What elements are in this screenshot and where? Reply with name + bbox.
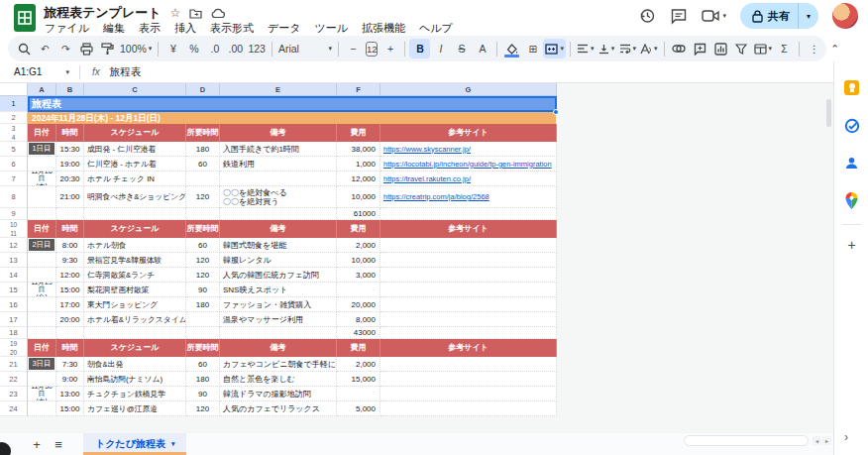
sheet-title-cell[interactable]: 旅程表 xyxy=(28,96,556,112)
cell-total-cost[interactable]: 43000 xyxy=(337,327,380,339)
vertical-align-button[interactable]: ▾ xyxy=(597,39,617,58)
row-header[interactable]: 1 xyxy=(0,96,28,112)
menu-edit[interactable]: 編集 xyxy=(96,20,132,37)
sheet-tab-menu-icon[interactable]: ▾ xyxy=(171,440,175,448)
header-cell[interactable]: 日付 xyxy=(28,124,56,142)
cell-link[interactable]: https://travel.rakuten.co.jp/ xyxy=(380,171,557,186)
header-cell[interactable]: 参考サイト xyxy=(380,339,557,357)
cell-time[interactable]: 19:00 xyxy=(56,157,84,171)
avatar[interactable] xyxy=(832,3,858,29)
cell-time[interactable]: 21:00 xyxy=(56,186,84,208)
more-options-icon[interactable]: ⋮ xyxy=(804,39,824,58)
reference-link[interactable]: https://www.skyscanner.jp/ xyxy=(380,145,471,154)
cell-cost[interactable]: 3,000 xyxy=(337,268,380,283)
cell-time[interactable]: 12:00 xyxy=(56,268,84,283)
column-header-g[interactable]: G xyxy=(380,83,557,96)
cell-day[interactable]: 11月28日(木) xyxy=(28,171,56,186)
cell-link[interactable] xyxy=(380,312,557,327)
menu-extensions[interactable]: 拡張機能 xyxy=(355,20,412,37)
cell-day[interactable] xyxy=(28,157,56,171)
insert-link-icon[interactable] xyxy=(669,39,690,58)
menu-insert[interactable]: 挿入 xyxy=(167,20,203,37)
row-header[interactable]: 13 xyxy=(0,253,28,268)
font-size-input[interactable]: 12 xyxy=(366,42,379,57)
cell-day[interactable] xyxy=(28,401,56,416)
functions-button[interactable]: Σ xyxy=(774,39,795,58)
menu-view[interactable]: 表示 xyxy=(132,20,167,37)
cell-day[interactable] xyxy=(28,312,56,327)
cell-day[interactable]: 1日目 xyxy=(28,142,56,157)
cell-day[interactable] xyxy=(28,297,56,312)
reference-link[interactable]: https://travel.rakuten.co.jp/ xyxy=(380,174,471,183)
cell-schedule[interactable]: カフェ巡り@江原道 xyxy=(84,401,186,416)
cell-link[interactable] xyxy=(380,268,557,283)
header-cell[interactable]: 備考 xyxy=(220,339,337,357)
cell-time[interactable]: 20:30 xyxy=(56,171,84,186)
cell-time[interactable]: 7:30 xyxy=(56,357,84,372)
meet-button[interactable]: ▾ xyxy=(702,9,726,23)
cell-link[interactable] xyxy=(380,387,557,401)
cell-schedule[interactable]: 東大門ショッピング xyxy=(84,297,186,312)
header-cell[interactable]: 時間 xyxy=(56,220,84,238)
cell-cost[interactable]: 2,000 xyxy=(337,357,380,372)
cell-note[interactable]: 人気の韓国伝統カフェ訪問 xyxy=(220,268,337,283)
insert-chart-icon[interactable] xyxy=(710,39,731,58)
date-range-cell[interactable]: 2024年11月28日(木) - 12月1日(日) xyxy=(28,112,556,124)
cell-cost[interactable]: 1,000 xyxy=(337,157,380,171)
row-header[interactable]: 34 xyxy=(0,124,28,142)
cell-note[interactable]: SNS映えスポット xyxy=(220,283,337,297)
increase-decimal-button[interactable]: .00 xyxy=(225,39,246,58)
header-cell[interactable]: 費用 xyxy=(337,339,380,357)
reference-link[interactable]: https://creatrip.com/ja/blog/2568 xyxy=(380,192,489,201)
header-cell[interactable]: 所要時間 xyxy=(186,220,220,238)
decrease-decimal-button[interactable]: .0 xyxy=(204,39,225,58)
cell-time[interactable]: 15:00 xyxy=(56,401,84,416)
row-header[interactable]: 14 xyxy=(0,268,28,283)
print-icon[interactable] xyxy=(76,39,97,58)
cell-schedule[interactable]: ホテル チェック IN xyxy=(84,171,186,186)
share-button[interactable]: 共有 ▾ xyxy=(740,3,818,29)
move-folder-icon[interactable] xyxy=(189,8,202,19)
table-views-button[interactable]: ▾ xyxy=(752,39,775,58)
cell-note[interactable]: 入国手続きで約1時間 xyxy=(220,142,337,157)
paint-format-icon[interactable] xyxy=(97,39,118,58)
cell-duration[interactable]: 60 xyxy=(186,357,220,372)
cell-note[interactable]: 韓国式朝食を堪能 xyxy=(220,238,337,253)
cell-cost[interactable]: 20,000 xyxy=(337,297,380,312)
cell-note[interactable]: 温泉やマッサージ利用 xyxy=(220,312,337,327)
contacts-icon[interactable] xyxy=(843,155,860,171)
number-format-button[interactable]: 123 xyxy=(246,39,268,58)
header-cell[interactable]: 参考サイト xyxy=(380,220,557,238)
cell-schedule[interactable]: 南怡島訪問(ナミソム) xyxy=(84,372,186,387)
cell-duration[interactable]: 60 xyxy=(186,157,220,171)
cell-day[interactable]: 3日目 xyxy=(28,357,56,372)
add-sheet-button[interactable]: + xyxy=(26,433,48,455)
row-header[interactable]: 5 xyxy=(0,142,28,157)
header-cell[interactable]: 日付 xyxy=(28,339,56,357)
row-header[interactable]: 1011 xyxy=(0,220,28,238)
cell[interactable] xyxy=(186,327,220,339)
header-cell[interactable]: 時間 xyxy=(56,339,84,357)
history-icon[interactable] xyxy=(638,7,656,25)
menu-help[interactable]: ヘルプ xyxy=(412,20,460,37)
cell-duration[interactable]: 180 xyxy=(186,372,220,387)
select-all-corner[interactable] xyxy=(0,83,28,96)
cell-link[interactable] xyxy=(380,238,557,253)
cell-link[interactable] xyxy=(380,283,557,297)
column-header-e[interactable]: E xyxy=(220,83,337,96)
menu-file[interactable]: ファイル xyxy=(38,20,96,37)
cell[interactable] xyxy=(220,327,337,339)
cell-schedule[interactable]: 明洞食べ歩き&ショッピング xyxy=(84,186,186,208)
row-header[interactable]: 17 xyxy=(0,312,28,327)
cell-cost[interactable] xyxy=(337,283,380,297)
cell-link[interactable] xyxy=(380,401,557,416)
cell-cost[interactable]: 10,000 xyxy=(337,253,380,268)
header-cell[interactable]: 費用 xyxy=(337,220,380,238)
cell-time[interactable]: 9:00 xyxy=(56,372,84,387)
cell[interactable] xyxy=(84,208,186,220)
cell-cost[interactable]: 12,000 xyxy=(337,171,380,186)
scroll-left-icon[interactable]: ◂ xyxy=(813,436,821,445)
tasks-icon[interactable] xyxy=(843,117,860,134)
cell-duration[interactable]: 90 xyxy=(186,283,220,297)
sheets-logo-icon[interactable] xyxy=(13,3,37,33)
